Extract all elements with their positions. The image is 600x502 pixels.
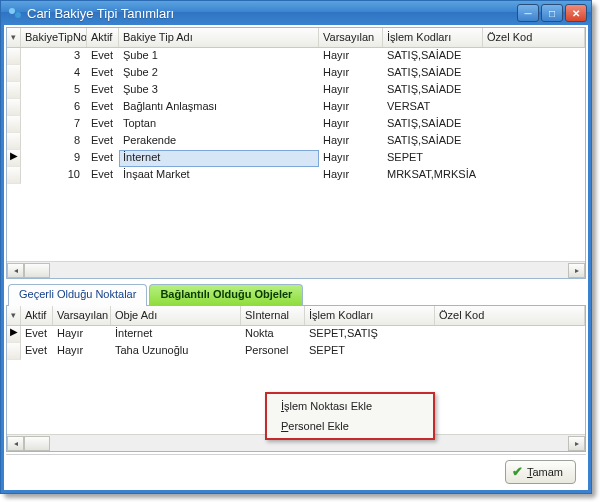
bcol-aktif[interactable]: Aktif [21, 306, 53, 325]
bottom-grid-header: ▾ Aktif Varsayılan Obje Adı SInternal İş… [7, 306, 585, 326]
col-ozel[interactable]: Özel Kod [483, 28, 585, 47]
menu-personel-ekle[interactable]: Personel Ekle [267, 416, 433, 436]
tab-gecerli-noktalar[interactable]: Geçerli Olduğu Noktalar [8, 284, 147, 306]
tab-strip: Geçerli Olduğu Noktalar Bağlantılı Olduğ… [6, 283, 586, 305]
scroll-thumb[interactable] [24, 263, 50, 278]
scroll-right-button-b[interactable]: ▸ [568, 436, 585, 451]
top-grid-rows[interactable]: 3EvetŞube 1HayırSATIŞ,SAİADE4EvetŞube 2H… [7, 48, 585, 261]
bcol-ozel[interactable]: Özel Kod [435, 306, 585, 325]
ok-button[interactable]: ✔ Tamam [505, 460, 576, 484]
minimize-button[interactable]: ─ [517, 4, 539, 22]
top-grid[interactable]: ▾ BakiyeTipNo Aktif Bakiye Tip Adı Varsa… [6, 27, 586, 279]
footer: ✔ Tamam [6, 454, 586, 488]
col-ad[interactable]: Bakiye Tip Adı [119, 28, 319, 47]
table-row[interactable]: 3EvetŞube 1HayırSATIŞ,SAİADE [7, 48, 585, 65]
table-row[interactable]: EvetHayırTaha UzunoğluPersonelSEPET [7, 343, 585, 360]
bcol-sint[interactable]: SInternal [241, 306, 305, 325]
col-no[interactable]: BakiyeTipNo [21, 28, 87, 47]
tab-baglantili-objeler[interactable]: Bağlantılı Olduğu Objeler [149, 284, 303, 306]
table-row[interactable]: 5EvetŞube 3HayırSATIŞ,SAİADE [7, 82, 585, 99]
table-row[interactable]: ▶EvetHayırİnternetNoktaSEPET,SATIŞ [7, 326, 585, 343]
svg-point-1 [15, 12, 21, 18]
close-button[interactable]: ✕ [565, 4, 587, 22]
menu-islem-noktasi-ekle[interactable]: İşlem Noktası Ekle [267, 396, 433, 416]
table-row[interactable]: 10Evetİnşaat MarketHayırMRKSAT,MRKSİA [7, 167, 585, 184]
bcol-vars[interactable]: Varsayılan [53, 306, 111, 325]
titlebar[interactable]: Cari Bakiye Tipi Tanımları ─ □ ✕ [1, 1, 591, 25]
table-row[interactable]: ▶9EvetİnternetHayırSEPET [7, 150, 585, 167]
scroll-left-button[interactable]: ◂ [7, 263, 24, 278]
window-title: Cari Bakiye Tipi Tanımları [27, 6, 515, 21]
col-aktif[interactable]: Aktif [87, 28, 119, 47]
table-row[interactable]: 7EvetToptanHayırSATIŞ,SAİADE [7, 116, 585, 133]
table-row[interactable]: 4EvetŞube 2HayırSATIŞ,SAİADE [7, 65, 585, 82]
scroll-thumb-b[interactable] [24, 436, 50, 451]
app-icon [7, 5, 23, 21]
maximize-button[interactable]: □ [541, 4, 563, 22]
bcol-obje[interactable]: Obje Adı [111, 306, 241, 325]
col-islem[interactable]: İşlem Kodları [383, 28, 483, 47]
ok-label: Tamam [527, 466, 563, 478]
svg-point-0 [9, 8, 15, 14]
bcol-islem[interactable]: İşlem Kodları [305, 306, 435, 325]
top-grid-header: ▾ BakiyeTipNo Aktif Bakiye Tip Adı Varsa… [7, 28, 585, 48]
context-menu[interactable]: İşlem Noktası Ekle Personel Ekle [265, 392, 435, 440]
row-selector-header-b[interactable]: ▾ [7, 306, 21, 325]
top-hscroll[interactable]: ◂ ▸ [7, 261, 585, 278]
table-row[interactable]: 8EvetPerakendeHayırSATIŞ,SAİADE [7, 133, 585, 150]
check-icon: ✔ [512, 464, 523, 479]
scroll-right-button[interactable]: ▸ [568, 263, 585, 278]
row-selector-header[interactable]: ▾ [7, 28, 21, 47]
table-row[interactable]: 6EvetBağlantı AnlaşmasıHayırVERSAT [7, 99, 585, 116]
col-vars[interactable]: Varsayılan [319, 28, 383, 47]
scroll-left-button-b[interactable]: ◂ [7, 436, 24, 451]
